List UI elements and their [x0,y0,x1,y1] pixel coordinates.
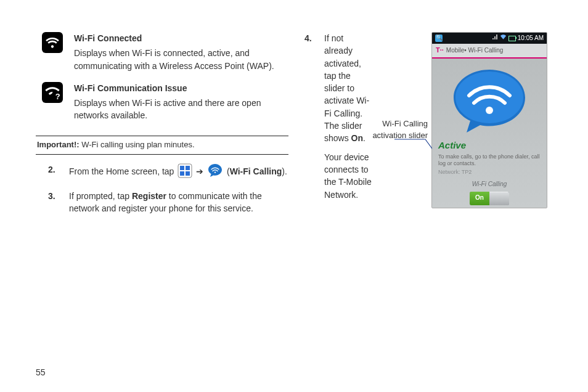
active-status-label: Active [438,139,541,152]
apps-grid-icon [178,163,192,181]
wifi-connected-block: Wi-Fi Connected Displays when Wi-Fi is c… [36,32,288,72]
phone-screenshot: 🔍 10:05 AM T·· Mobile [431,32,547,208]
on-label: On [351,133,363,143]
step-2: 2. From the Home screen, tap ➔ [48,163,288,181]
step-number: 3. [48,190,60,215]
step-number: 2. [48,163,60,181]
step4-line2: Your device connects to the T-Mobile Net… [324,152,372,200]
left-column: Wi-Fi Connected Displays when Wi-Fi is c… [36,32,300,374]
important-label: Important!: [37,140,80,149]
wifi-icon [42,32,63,53]
important-note: Important!: W-Fi calling using plan minu… [36,136,288,155]
network-line: Network: TP2 [438,168,541,176]
active-status-desc: To make calls, go to the phone dialer, c… [438,153,541,168]
step4-line1: If not already activated, tap the slider… [324,33,369,143]
step2-pre: From the Home screen, tap [69,166,176,176]
svg-rect-2 [180,166,184,170]
step-3: 3. If prompted, tap Register to communic… [48,190,288,215]
wifi-calling-section-label: Wi-Fi Calling [432,180,547,189]
slider-knob[interactable] [489,192,509,205]
wifi-issue-desc: Displays when Wi-Fi is active and there … [74,97,288,122]
speech-bubble-graphic [432,63,547,137]
manual-page: Wi-Fi Connected Displays when Wi-Fi is c… [0,0,588,392]
wifi-connected-title: Wi-Fi Connected [74,32,288,44]
svg-point-8 [486,107,493,114]
wifi-issue-title: Wi-Fi Communication Issue [74,82,288,94]
wifi-status-icon [500,34,507,43]
step-4: 4. If not already activated, tap the sli… [304,32,372,201]
callout-caption: Wi-Fi Calling activation slider [372,118,431,142]
wifi-question-icon: ? [42,82,63,103]
status-bar: 🔍 10:05 AM [432,33,547,44]
battery-icon [508,36,516,41]
wifi-connected-desc: Displays when Wi-Fi is connected, active… [74,47,288,72]
svg-rect-4 [180,171,184,176]
quicklaunch-icon: 🔍 [435,35,443,42]
right-column: 4. If not already activated, tap the sli… [300,32,563,374]
step-number: 4. [304,32,317,201]
wifi-calling-bubble-icon [207,163,223,181]
step-body: From the Home screen, tap ➔ [69,163,288,181]
step4-l1-end: . [363,133,365,143]
svg-rect-3 [186,166,190,170]
step-body: If prompted, tap Register to communicate… [69,190,288,215]
step2-paren-close: ). [282,166,287,176]
wifi-issue-block: ? Wi-Fi Communication Issue Displays whe… [36,82,288,122]
svg-point-6 [214,171,216,173]
step-body: If not already activated, tap the slider… [324,32,372,201]
register-label: Register [132,191,166,201]
app-title-bar: T·· Mobile• Wi-Fi Calling [432,44,547,59]
page-number: 55 [36,366,46,378]
app-title-text: Mobile• Wi-Fi Calling [446,46,503,55]
tmobile-logo-icon: T·· [436,46,444,55]
slider-on-label: On [470,192,489,205]
important-text: W-Fi calling using plan minutes. [80,140,195,149]
step3-pre: If prompted, tap [69,191,132,201]
svg-text:?: ? [55,91,60,100]
status-time: 10:05 AM [518,34,544,43]
arrow-glyph: ➔ [196,166,206,176]
signal-icon [492,34,498,43]
wifi-calling-label: Wi-Fi Calling [230,166,282,176]
wifi-calling-slider[interactable]: On [470,192,509,205]
svg-rect-5 [186,171,190,176]
